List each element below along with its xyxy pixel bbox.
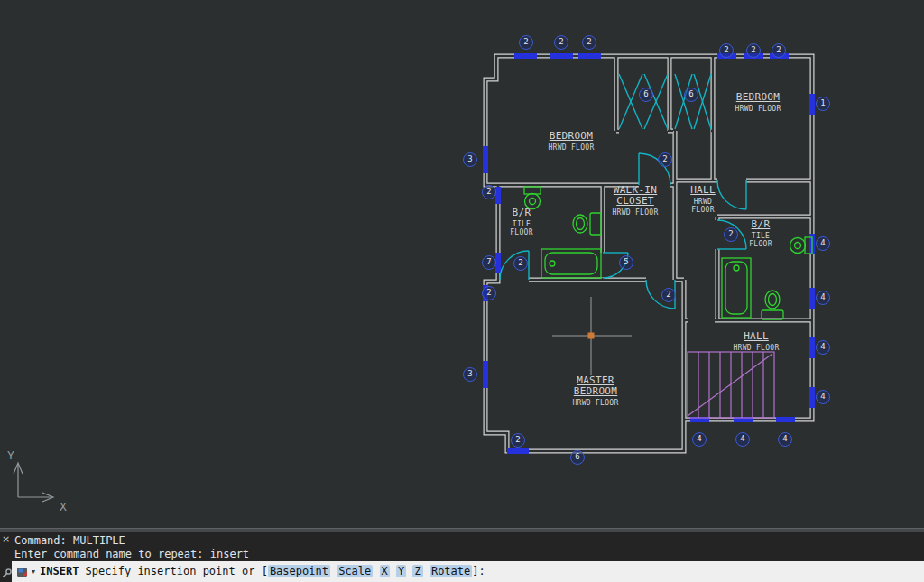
command-option[interactable]: Z: [412, 565, 422, 577]
command-input-line[interactable]: ▾ INSERT Specify insertion point or [ Ba…: [12, 561, 924, 582]
command-prompt-prefix: Specify insertion point or [: [79, 561, 268, 582]
command-option[interactable]: Scale: [337, 565, 373, 577]
ucs-y-label: Y: [7, 448, 14, 462]
chevron-down-icon[interactable]: ▾: [32, 568, 35, 576]
stairs-layer: [688, 352, 774, 418]
command-history: Command: MULTIPLE Enter command name to …: [12, 532, 924, 561]
command-options: Basepoint Scale X Y Z Rotate: [268, 561, 472, 582]
command-option[interactable]: X: [380, 565, 390, 577]
bathroom-fixtures-layer: [524, 187, 812, 319]
command-icon: [16, 566, 29, 578]
command-panel: × Command: MULTIPLE Enter command name t…: [0, 528, 924, 582]
ucs-x-label: X: [60, 500, 67, 513]
command-history-line: Command: MULTIPLE: [14, 534, 924, 548]
wrench-icon[interactable]: [1, 568, 12, 578]
command-panel-rail: ×: [0, 532, 12, 582]
autocad-window: Y X BEDROOMHRWD FLOORBEDROOMHRWD FLOORWA…: [0, 0, 924, 582]
crosshair-cursor: [552, 297, 632, 375]
active-command-name: INSERT: [40, 561, 79, 582]
ucs-icon: Y X: [7, 448, 67, 513]
command-option[interactable]: Y: [396, 565, 406, 577]
doors-layer: [500, 74, 746, 309]
close-icon[interactable]: ×: [2, 535, 10, 544]
floor-plan-drawing[interactable]: Y X: [0, 0, 924, 528]
model-space-canvas[interactable]: Y X BEDROOMHRWD FLOORBEDROOMHRWD FLOORWA…: [0, 0, 924, 528]
command-prompt-suffix: ]:: [472, 561, 485, 582]
command-history-line: Enter command name to repeat: insert: [14, 548, 924, 561]
command-option[interactable]: Rotate: [430, 565, 472, 577]
command-option[interactable]: Basepoint: [268, 565, 330, 577]
